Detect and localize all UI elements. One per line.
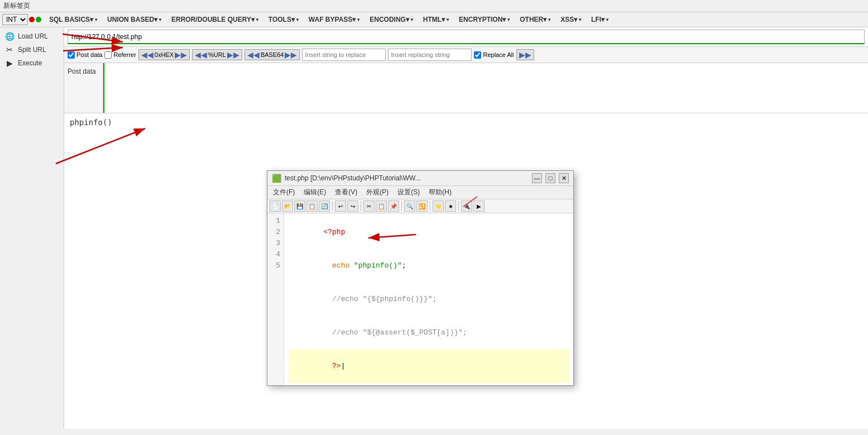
save-as-btn[interactable]: 📋 [306, 200, 318, 212]
indent3 [323, 328, 332, 337]
menu-encoding[interactable]: ENCODING▾ [366, 15, 418, 25]
bookmark2-btn[interactable]: ★ [445, 200, 456, 212]
undo-btn[interactable]: ↩ [335, 200, 346, 212]
menu-union-based[interactable]: UNION BASED▾ [104, 15, 166, 25]
bookmark-btn[interactable]: ⭐ [433, 200, 444, 212]
run-btn[interactable]: ▶ [473, 200, 485, 212]
oxhex-label: 0xHEX [155, 51, 174, 58]
insert-replacing-input[interactable] [388, 49, 472, 61]
new-file-btn[interactable]: 📄 [270, 200, 281, 212]
code-line-2: echo "phpinfo()"; [289, 249, 569, 283]
menu-xss[interactable]: XSS▾ [557, 15, 586, 25]
int-selector[interactable]: INT [2, 14, 41, 25]
popup-file-icon: 🟩 [272, 174, 281, 183]
plugin-btn[interactable]: 🔌 [461, 200, 472, 212]
cursor: | [341, 362, 346, 370]
menu-view[interactable]: 查看(V) [330, 187, 362, 198]
referrer-label: Referrer [113, 51, 136, 58]
replace-all-checkbox[interactable] [474, 51, 481, 59]
split-url-label: Split URL [18, 46, 46, 54]
base64-right-arrow: ▶▶ [285, 50, 297, 59]
save-btn[interactable]: 💾 [294, 200, 305, 212]
replace-execute-btn[interactable]: ▶▶ [516, 49, 534, 60]
close-button[interactable]: ✕ [559, 173, 569, 183]
oxhex-decode-btn[interactable]: ◀◀ 0xHEX ▶▶ [138, 49, 190, 60]
comment-1: //echo "{${phpinfo()}}"; [332, 295, 437, 303]
redo-btn[interactable]: ↪ [347, 200, 358, 212]
open-file-btn[interactable]: 📂 [282, 200, 293, 212]
menu-other[interactable]: OTHER▾ [516, 15, 555, 25]
code-line-5: ?>| [289, 350, 569, 383]
comment-2: //echo "${@assert($_POST[a])}"; [332, 328, 467, 337]
menu-tools[interactable]: TOOLS▾ [265, 15, 303, 25]
replace-btn[interactable]: 🔁 [416, 200, 428, 212]
post-data-checkbox[interactable] [68, 51, 75, 59]
toolbar-divider-5 [458, 201, 459, 211]
int-dropdown[interactable]: INT [2, 14, 28, 25]
menu-edit[interactable]: 编辑(E) [299, 187, 330, 198]
post-data-label: Post data [76, 51, 102, 58]
line-num-2: 2 [271, 227, 280, 238]
copy-btn[interactable]: 📋 [376, 200, 387, 212]
base64-left-arrow: ◀◀ [247, 50, 260, 59]
referrer-checkbox-label[interactable]: Referrer [104, 51, 136, 59]
toolbar-divider-2 [361, 201, 361, 211]
cut-btn[interactable]: ✂ [363, 200, 375, 212]
toolbar-divider-4 [430, 201, 430, 211]
maximize-button[interactable]: □ [545, 173, 555, 183]
menu-settings[interactable]: 设置(S) [393, 187, 424, 198]
url-label: %URL [208, 51, 226, 58]
toolbar-divider-1 [332, 201, 333, 211]
load-url-button[interactable]: 🌐 Load URL [0, 30, 64, 43]
url-bar [64, 27, 868, 47]
replace-arrow: ▶▶ [519, 50, 531, 59]
execute-button[interactable]: ▶ Execute [0, 56, 64, 70]
menu-lfi[interactable]: LFI▾ [588, 15, 613, 25]
menu-waf-bypass[interactable]: WAF BYPASS▾ [305, 15, 364, 25]
menu-html[interactable]: HTML▾ [420, 15, 453, 25]
menu-help[interactable]: 帮助(H) [424, 187, 456, 198]
url-input[interactable] [68, 30, 865, 44]
execute-icon: ▶ [4, 59, 15, 68]
dot-green [36, 17, 41, 22]
popup-title-text: test.php [D:\env\PHPstudy\PHPTutorial\WW… [285, 174, 529, 182]
replace-all-label[interactable]: Replace All [474, 51, 514, 59]
menu-error-query[interactable]: ERROR/DOUBLE QUERY▾ [168, 15, 263, 25]
result-text: phpinfo() [70, 118, 112, 127]
paste-btn[interactable]: 📌 [388, 200, 399, 212]
line-num-5: 5 [271, 260, 280, 271]
php-close-tag: ?> [332, 362, 341, 370]
popup-editor: 🟩 test.php [D:\env\PHPstudy\PHPTutorial\… [267, 170, 574, 386]
reload-btn[interactable]: 🔄 [319, 200, 330, 212]
url-left-arrow: ◀◀ [195, 50, 207, 59]
line-num-1: 1 [271, 216, 280, 227]
menu-encryption[interactable]: ENCRYPTION▾ [455, 15, 514, 25]
title-bar: 新标签页 [0, 0, 868, 12]
post-data-checkbox-label[interactable]: Post data [68, 51, 102, 59]
line-numbers: 1 2 3 4 5 [267, 213, 284, 385]
popup-code-area: 1 2 3 4 5 <?php echo "phpinfo()"; //echo… [267, 213, 573, 385]
minimize-button[interactable]: — [532, 173, 542, 183]
popup-title-bar: 🟩 test.php [D:\env\PHPstudy\PHPTutorial\… [267, 171, 573, 186]
split-url-icon: ✂ [4, 45, 15, 54]
split-url-button[interactable]: ✂ Split URL [0, 43, 64, 56]
oxhex-right-arrow: ▶▶ [175, 50, 187, 59]
url-decode-btn[interactable]: ◀◀ %URL ▶▶ [192, 49, 242, 60]
post-data-textarea[interactable] [103, 63, 868, 113]
post-data-area: Post data [64, 63, 868, 113]
menu-sql-basics[interactable]: SQL BASICS▾ [46, 15, 102, 25]
php-open-tag: <?php [323, 228, 345, 236]
code-content[interactable]: <?php echo "phpinfo()"; //echo "{${phpin… [284, 213, 573, 385]
menu-file[interactable]: 文件(F) [268, 187, 299, 198]
menu-appearance[interactable]: 外观(P) [362, 187, 393, 198]
line-num-3: 3 [271, 238, 280, 249]
insert-string-input[interactable] [302, 49, 386, 61]
code-line-3: //echo "{${phpinfo()}}"; [289, 283, 569, 316]
search-btn[interactable]: 🔍 [404, 200, 415, 212]
post-data-section-label: Post data [64, 63, 103, 113]
menu-bar: INT SQL BASICS▾ UNION BASED▾ ERROR/DOUBL… [0, 12, 868, 27]
popup-toolbar: 📄 📂 💾 📋 🔄 ↩ ↪ ✂ 📋 📌 🔍 🔁 ⭐ ★ 🔌 ▶ [267, 199, 573, 213]
indent4 [323, 362, 332, 370]
base64-decode-btn[interactable]: ◀◀ BASE64 ▶▶ [244, 49, 300, 60]
referrer-checkbox[interactable] [104, 51, 112, 59]
